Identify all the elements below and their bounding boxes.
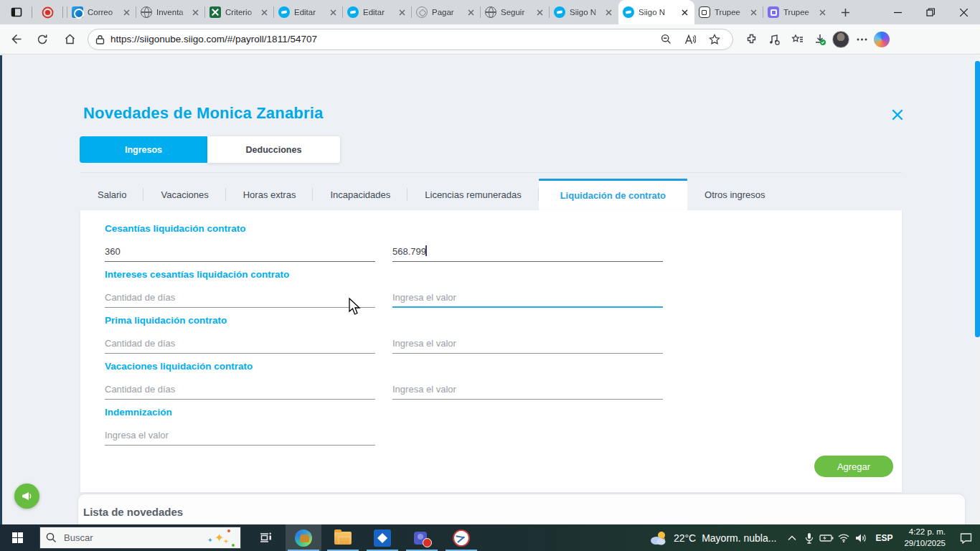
prima-value-input[interactable]	[392, 334, 663, 354]
collections-icon[interactable]	[786, 29, 808, 50]
browser-tab-siigo-1[interactable]: Siigo N	[550, 3, 618, 22]
browser-essentials-icon[interactable]	[763, 29, 785, 50]
tab-close-icon[interactable]	[679, 6, 690, 18]
tab-close-icon[interactable]	[603, 6, 614, 18]
tab-close-icon[interactable]	[121, 6, 132, 18]
tab-actions-icon[interactable]	[6, 3, 27, 22]
browser-tab-pagar[interactable]: Pagar	[412, 3, 481, 22]
divider	[32, 6, 32, 18]
taskbar-edge-button[interactable]	[286, 524, 321, 551]
task-view-icon[interactable]	[251, 524, 280, 551]
wifi-icon[interactable]	[835, 524, 852, 551]
liquidation-form-card: Cesantías liquidación contrato Intereses…	[80, 210, 902, 492]
vacaciones-days-input[interactable]	[105, 380, 375, 400]
tab-ingresos[interactable]: Ingresos	[80, 136, 207, 163]
tab-horas-extras[interactable]: Horas extras	[226, 179, 314, 210]
agregar-button[interactable]: Agregar	[814, 456, 893, 477]
back-icon[interactable]	[3, 27, 27, 52]
vacaciones-value-input[interactable]	[392, 380, 663, 400]
address-bar[interactable]: https://siigonube.siigo.com/#/payroll/18…	[88, 29, 733, 50]
tab-licencias-remuneradas[interactable]: Licencias remuneradas	[407, 179, 538, 210]
window-maximize-button[interactable]	[914, 0, 947, 24]
intereses-value-field[interactable]	[392, 288, 663, 308]
taskbar-search-input[interactable]: Buscar ✦✦✦	[39, 527, 241, 549]
tab-otros-ingresos[interactable]: Otros ingresos	[687, 179, 783, 210]
tab-liquidacion-de-contrato[interactable]: Liquidación de contrato	[539, 179, 687, 210]
browser-tab-seguir[interactable]: Seguir	[481, 3, 550, 22]
window-close-button[interactable]	[947, 0, 980, 24]
window-minimize-button[interactable]	[881, 0, 914, 24]
scrollbar-thumb[interactable]	[975, 61, 980, 337]
intereses-value-input[interactable]	[392, 288, 663, 308]
prima-days-input[interactable]	[105, 334, 375, 354]
tab-close-icon[interactable]	[189, 6, 201, 18]
browser-tab-siigo-active[interactable]: Siigo N	[618, 0, 694, 24]
tab-incapacidades[interactable]: Incapacidades	[313, 179, 407, 210]
recording-indicator-icon[interactable]	[37, 3, 58, 22]
prima-days-field[interactable]	[105, 334, 375, 354]
cesantias-days-input[interactable]	[105, 242, 375, 262]
browser-tab-inventa[interactable]: Inventa	[136, 3, 205, 22]
settings-more-icon[interactable]	[851, 29, 872, 50]
tab-salario[interactable]: Salario	[80, 179, 143, 210]
browser-tab-editar-1[interactable]: Editar	[274, 3, 343, 22]
action-center-icon[interactable]	[951, 524, 980, 551]
tab-close-icon[interactable]	[465, 6, 476, 18]
tab-title: Editar	[294, 8, 327, 17]
clock-date: 29/10/2025	[904, 538, 946, 550]
search-icon	[46, 532, 57, 543]
vacaciones-days-field[interactable]	[105, 380, 375, 400]
tab-title: Trupee	[715, 8, 748, 17]
cesantias-value-field[interactable]	[392, 242, 663, 262]
prima-value-field[interactable]	[392, 334, 663, 354]
zoom-out-icon[interactable]	[655, 29, 677, 50]
battery-icon[interactable]	[818, 524, 835, 551]
tab-close-icon[interactable]	[327, 6, 339, 18]
intereses-days-field[interactable]	[105, 288, 375, 308]
extensions-icon[interactable]	[740, 29, 762, 50]
tab-close-icon[interactable]	[534, 6, 545, 18]
tab-title: Siigo N	[570, 8, 603, 17]
taskbar-file-explorer-button[interactable]	[325, 524, 361, 551]
tab-deducciones[interactable]: Deducciones	[207, 136, 340, 163]
page-scrollbar[interactable]	[975, 55, 980, 524]
read-aloud-icon[interactable]	[679, 29, 701, 50]
tab-close-icon[interactable]	[396, 6, 407, 18]
speaker-icon[interactable]	[852, 524, 870, 551]
favorite-star-icon[interactable]	[704, 29, 725, 50]
refresh-icon[interactable]	[30, 27, 55, 52]
browser-tab-correo[interactable]: Correo	[67, 3, 136, 22]
modal-close-icon[interactable]	[890, 107, 905, 123]
taskbar-teams-button[interactable]	[404, 524, 440, 551]
taskbar-clock[interactable]: 4:22 p. m. 29/10/2025	[898, 527, 951, 549]
tray-chevron-up-icon[interactable]	[783, 524, 801, 551]
browser-tab-criterio[interactable]: Criterio	[205, 3, 274, 22]
tab-close-icon[interactable]	[258, 6, 270, 18]
browser-tab-editar-2[interactable]: Editar	[343, 3, 412, 22]
indemnizacion-value-input[interactable]	[105, 426, 375, 446]
downloads-icon[interactable]	[809, 29, 831, 50]
microphone-icon[interactable]	[801, 524, 818, 551]
tab-close-icon[interactable]	[748, 6, 759, 18]
cesantias-value-input[interactable]	[392, 242, 663, 262]
taskbar-weather-widget[interactable]: 22°C Mayorm. nubla...	[642, 524, 784, 551]
copilot-icon[interactable]	[874, 32, 890, 47]
url-text[interactable]: https://siigonube.siigo.com/#/payroll/18…	[110, 34, 655, 44]
announcements-fab-button[interactable]	[14, 484, 39, 509]
tab-vacaciones[interactable]: Vacaciones	[143, 179, 225, 210]
section-label: Vacaciones liquidación contrato	[105, 361, 902, 372]
tab-close-icon[interactable]	[816, 6, 828, 18]
browser-tab-trupee-2[interactable]: Trupee	[763, 3, 832, 22]
home-icon[interactable]	[57, 27, 82, 52]
start-button[interactable]	[0, 524, 34, 551]
language-indicator[interactable]: ESP	[870, 533, 898, 543]
intereses-days-input[interactable]	[105, 288, 375, 308]
taskbar-snipping-app-button[interactable]	[443, 524, 479, 551]
cesantias-days-field[interactable]	[105, 242, 375, 262]
taskbar-blue-diamond-app-button[interactable]	[364, 524, 400, 551]
indemnizacion-value-field[interactable]	[105, 426, 375, 446]
vacaciones-value-field[interactable]	[392, 380, 663, 400]
browser-tab-trupee-1[interactable]: Trupee	[694, 3, 763, 22]
new-tab-icon[interactable]	[835, 3, 855, 22]
profile-avatar[interactable]	[832, 31, 849, 48]
